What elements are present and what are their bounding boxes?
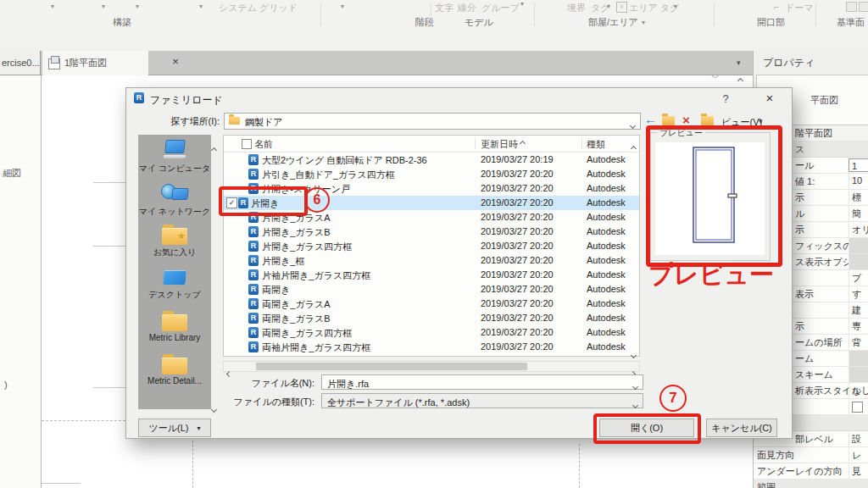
places-item[interactable]: マイ ネットワーク	[138, 182, 211, 225]
file-row[interactable]: 両袖片開き_ガラス四方框 2019/03/27 20:20 Autodesk	[224, 340, 639, 354]
list-scroll-down-icon[interactable]	[632, 346, 636, 361]
file-row[interactable]: 片袖片開き_ガラス四方框 2019/03/27 20:20 Autodesk	[224, 268, 639, 282]
scrollbar-thumb[interactable]	[256, 363, 527, 370]
filename-value: 片開き.rfa	[327, 378, 369, 391]
annotation-step-6: 6	[304, 187, 330, 213]
filetype-combobox[interactable]: 全サポートファイル (*.rfa, *.adsk)	[321, 393, 643, 408]
property-checkbox[interactable]	[852, 402, 863, 413]
file-row[interactable]: 片開き_框 2019/03/27 20:20 Autodesk	[224, 253, 639, 268]
tab-floor-plan[interactable]: 1階平面図 ×	[42, 51, 148, 75]
file-row[interactable]: 両開き 2019/03/27 20:20 Autodesk	[224, 282, 639, 297]
column-name[interactable]: 名前	[254, 138, 273, 151]
horizontal-scrollbar[interactable]	[223, 361, 640, 372]
places-item[interactable]: Metric Detail...	[138, 355, 211, 398]
column-type[interactable]: 種類	[587, 138, 605, 151]
places-item[interactable]: Metric Library	[138, 312, 211, 355]
dropdown-caret-icon[interactable]: ▾	[674, 3, 677, 10]
dropdown-caret-icon[interactable]: ▾	[520, 0, 524, 8]
views-caret-icon[interactable]: ▾	[759, 117, 763, 125]
property-value: 10	[849, 174, 868, 189]
drawing-dashed-line	[192, 441, 193, 488]
file-type: Autodesk	[587, 327, 626, 337]
property-value: す	[849, 286, 868, 302]
file-row[interactable]: 両開き_ガラスB 2019/03/27 20:20 Autodesk	[224, 311, 639, 325]
file-row[interactable]: 大型2ウイング 自動回転ドア RDB-2-36 2019/03/27 20:19…	[224, 152, 639, 167]
select-all-checkbox[interactable]	[242, 139, 252, 149]
dropdown-caret-icon[interactable]: ▾	[51, 3, 54, 10]
file-type: Autodesk	[587, 197, 626, 208]
property-row[interactable]: アンダーレイの方向 見	[754, 463, 868, 480]
tools-button[interactable]: ツール(L) ▾	[138, 419, 211, 437]
help-button[interactable]: ?	[718, 92, 733, 105]
property-value: 1	[849, 158, 868, 172]
look-in-combobox[interactable]: 鋼製ドア	[224, 113, 641, 130]
file-row[interactable]: 両開き_ガラスA 2019/03/27 20:20 Autodesk	[224, 297, 639, 311]
dropdown-caret-icon[interactable]: ▾	[199, 3, 203, 10]
up-one-level-icon[interactable]	[662, 116, 675, 125]
file-name: 片開き_ガラスB	[262, 226, 331, 239]
file-date: 2019/03/27 20:20	[481, 226, 554, 236]
panel-opening: 開口部	[757, 16, 785, 29]
filename-combobox[interactable]: 片開き.rfa	[321, 374, 643, 390]
property-row[interactable]: 面見方向 レ	[754, 447, 868, 463]
file-type: Autodesk	[587, 269, 626, 280]
file-type: Autodesk	[587, 341, 626, 352]
file-name: 大型2ウイング 自動回転ドア RDB-2-36	[262, 154, 427, 167]
file-row[interactable]: 両開き_ガラス四方框 2019/03/27 20:20 Autodesk	[224, 325, 639, 340]
file-name: 片引き_自動ドア_ガラス四方框	[262, 169, 395, 181]
file-row[interactable]: 片引き_自動ドア_ガラス四方框 2019/03/27 20:20 Autodes…	[224, 167, 639, 181]
new-folder-icon[interactable]	[701, 116, 714, 125]
tab-list-caret-icon[interactable]: ▾	[737, 58, 741, 67]
list-scroll-up-icon[interactable]	[632, 139, 636, 154]
file-date: 2019/03/27 20:20	[481, 269, 554, 280]
tool-line[interactable]: 線分	[458, 2, 476, 14]
drawing-dashed-line	[579, 444, 580, 488]
file-date: 2019/03/27 20:20	[481, 298, 554, 308]
tab-project-file[interactable]: ercise0...	[0, 51, 41, 75]
ribbon-cut-icon[interactable]	[859, 2, 868, 12]
file-name: 両開き_ガラスA	[262, 298, 331, 311]
dropdown-caret-icon[interactable]: ▾	[102, 3, 105, 10]
place-label: Metric Library	[149, 333, 201, 342]
column-divider[interactable]	[475, 137, 476, 149]
tool-boundary[interactable]: 境界	[567, 2, 586, 14]
tab-close-icon[interactable]: ×	[169, 55, 182, 68]
tool-area-tag[interactable]: エリア タグ	[629, 2, 679, 14]
area-tag-icon[interactable]: ×	[616, 2, 627, 13]
panel-caret-icon[interactable]: ▾	[642, 19, 645, 26]
places-item[interactable]: お気に入り	[138, 225, 211, 269]
file-list-header[interactable]: 名前 更新日時 種類	[224, 136, 639, 152]
ribbon-cut-icon[interactable]	[846, 2, 857, 12]
property-row[interactable]: 範囲	[754, 480, 868, 488]
file-date: 2019/03/27 20:20	[481, 327, 554, 337]
back-icon[interactable]: ←	[644, 112, 657, 126]
ribbon: ▾ ▾ ▾ ▾ システム グリッド ▾ 文字 線分 グループ ▾ 境界 タグ ▾…	[0, 0, 868, 30]
dropdown-caret-icon[interactable]: ▾	[607, 3, 610, 10]
places-item[interactable]: デスクトップ	[138, 269, 211, 312]
browser-text-fragment: 細図	[3, 167, 21, 180]
file-row[interactable]: 片開き_ガラス四方框 2019/03/27 20:20 Autodesk	[224, 239, 639, 253]
place-label: マイ コンピュータ	[139, 163, 210, 175]
column-divider[interactable]	[581, 137, 582, 149]
property-value: 見	[849, 463, 868, 479]
dropdown-caret-icon[interactable]: ▾	[136, 3, 139, 10]
file-date: 2019/03/27 20:19	[481, 154, 554, 164]
panel-room-area[interactable]: 部屋/エリア	[588, 16, 638, 29]
dormer-icon[interactable]: ⌐	[774, 2, 779, 12]
dialog-title: ファミリロード	[150, 93, 223, 108]
places-item[interactable]: マイ コンピュータ	[138, 139, 211, 182]
tool-dormer[interactable]: ドーマ	[785, 2, 814, 14]
revit-family-icon	[248, 169, 259, 180]
column-date[interactable]: 更新日時	[481, 138, 518, 151]
places-scroll-up-icon[interactable]	[212, 141, 216, 156]
tool-text[interactable]: 文字	[435, 2, 453, 14]
revit-family-icon	[248, 269, 259, 280]
tool-group[interactable]: グループ	[481, 2, 520, 14]
close-button[interactable]: ×	[761, 91, 778, 105]
file-type: Autodesk	[587, 169, 626, 179]
dropdown-caret-icon[interactable]: ▾	[341, 3, 344, 10]
file-row[interactable]: 片開き_ガラスB 2019/03/27 20:20 Autodesk	[224, 225, 639, 239]
cancel-button[interactable]: キャンセル(C)	[706, 419, 777, 437]
property-label: 階平面図	[795, 127, 832, 140]
place-label: デスクトップ	[148, 289, 200, 301]
